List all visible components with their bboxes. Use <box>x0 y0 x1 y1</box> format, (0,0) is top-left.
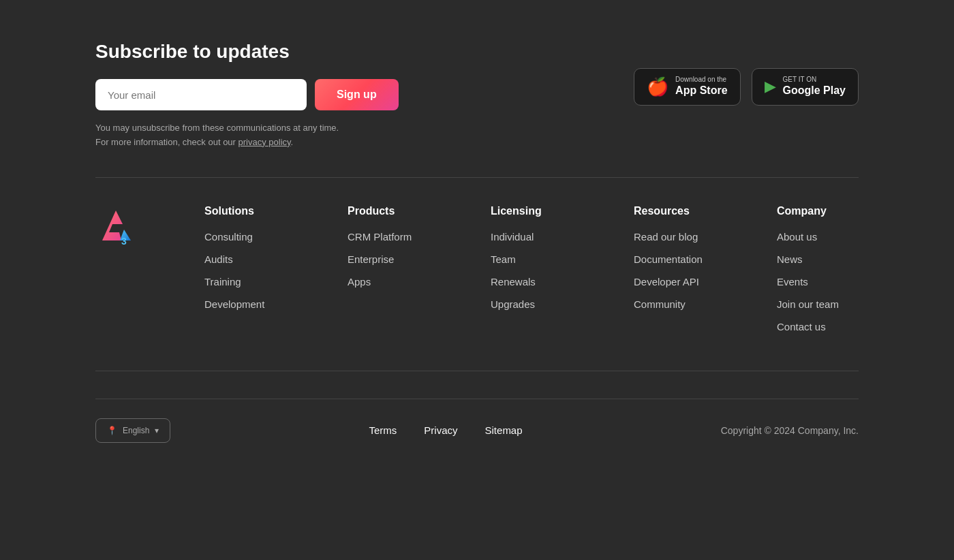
nav-link-developer-api[interactable]: Developer API <box>634 276 716 287</box>
google-play-small: GET IT ON <box>783 76 846 84</box>
nav-column-products: ProductsCRM PlatformEnterpriseApps <box>348 205 429 343</box>
nav-link-renewals[interactable]: Renewals <box>491 276 572 287</box>
subscribe-form: Sign up <box>95 79 477 110</box>
app-store-large: App Store <box>675 84 727 98</box>
signup-button[interactable]: Sign up <box>315 79 399 110</box>
bottom-divider <box>95 371 859 371</box>
email-input[interactable] <box>95 79 307 110</box>
apple-icon: 🍎 <box>647 78 668 95</box>
globe-icon: 📍 <box>107 426 117 435</box>
chevron-down-icon: ▾ <box>155 426 159 435</box>
nav-columns: SolutionsConsultingAuditsTrainingDevelop… <box>204 205 859 343</box>
nav-link-join-our-team[interactable]: Join our team <box>777 298 859 310</box>
nav-column-title-products: Products <box>348 205 429 217</box>
nav-link-development[interactable]: Development <box>204 298 286 310</box>
nav-column-title-licensing: Licensing <box>491 205 572 217</box>
nav-link-events[interactable]: Events <box>777 276 859 287</box>
svg-text:3: 3 <box>121 236 127 246</box>
bottom-link-privacy[interactable]: Privacy <box>424 424 457 436</box>
copyright-text: Copyright © 2024 Company, Inc. <box>721 425 859 436</box>
nav-link-training[interactable]: Training <box>204 276 286 287</box>
logo-area: 3 <box>95 205 204 343</box>
nav-column-solutions: SolutionsConsultingAuditsTrainingDevelop… <box>204 205 286 343</box>
app-store-small: Download on the <box>675 76 727 84</box>
nav-section: 3 SolutionsConsultingAuditsTrainingDevel… <box>95 205 859 343</box>
nav-link-consulting[interactable]: Consulting <box>204 231 286 243</box>
note-end: . <box>291 137 294 147</box>
nav-column-title-company: Company <box>777 205 859 217</box>
nav-link-about-us[interactable]: About us <box>777 231 859 243</box>
subscribe-note: You may unsubscribe from these communica… <box>95 121 477 150</box>
nav-column-title-resources: Resources <box>634 205 716 217</box>
subscribe-title: Subscribe to updates <box>95 41 477 63</box>
nav-link-team[interactable]: Team <box>491 253 572 265</box>
google-play-button[interactable]: ▶ GET IT ON Google Play <box>752 68 859 106</box>
nav-column-company: CompanyAbout usNewsEventsJoin our teamCo… <box>777 205 859 343</box>
svg-marker-0 <box>102 211 123 240</box>
nav-link-community[interactable]: Community <box>634 298 716 310</box>
nav-link-news[interactable]: News <box>777 253 859 265</box>
bottom-links: TermsPrivacySitemap <box>369 424 523 436</box>
nav-link-audits[interactable]: Audits <box>204 253 286 265</box>
subscribe-left: Subscribe to updates Sign up You may uns… <box>95 41 477 150</box>
note-line1: You may unsubscribe from these communica… <box>95 123 339 133</box>
nav-link-documentation[interactable]: Documentation <box>634 253 716 265</box>
google-play-text: GET IT ON Google Play <box>783 76 846 98</box>
nav-link-individual[interactable]: Individual <box>491 231 572 243</box>
top-divider <box>95 177 859 178</box>
nav-link-enterprise[interactable]: Enterprise <box>348 253 429 265</box>
subscribe-section: Subscribe to updates Sign up You may uns… <box>95 41 859 150</box>
brand-logo: 3 <box>95 205 136 246</box>
nav-column-licensing: LicensingIndividualTeamRenewalsUpgrades <box>491 205 572 343</box>
google-play-icon: ▶ <box>765 79 776 94</box>
app-buttons-group: 🍎 Download on the App Store ▶ GET IT ON … <box>634 41 859 106</box>
language-label: English <box>123 426 149 435</box>
language-selector[interactable]: 📍 English ▾ <box>95 418 170 443</box>
privacy-policy-link[interactable]: privacy policy <box>238 137 291 147</box>
bottom-bar: 📍 English ▾ TermsPrivacySitemap Copyrigh… <box>95 399 859 443</box>
google-play-large: Google Play <box>783 84 846 98</box>
app-store-button[interactable]: 🍎 Download on the App Store <box>634 68 740 106</box>
nav-link-read-our-blog[interactable]: Read our blog <box>634 231 716 243</box>
nav-column-resources: ResourcesRead our blogDocumentationDevel… <box>634 205 716 343</box>
nav-link-contact-us[interactable]: Contact us <box>777 321 859 332</box>
bottom-link-terms[interactable]: Terms <box>369 424 397 436</box>
nav-link-upgrades[interactable]: Upgrades <box>491 298 572 310</box>
nav-link-crm-platform[interactable]: CRM Platform <box>348 231 429 243</box>
bottom-link-sitemap[interactable]: Sitemap <box>485 424 523 436</box>
nav-link-apps[interactable]: Apps <box>348 276 429 287</box>
app-store-text: Download on the App Store <box>675 76 727 98</box>
note-line2: For more information, check out our <box>95 137 238 147</box>
nav-column-title-solutions: Solutions <box>204 205 286 217</box>
